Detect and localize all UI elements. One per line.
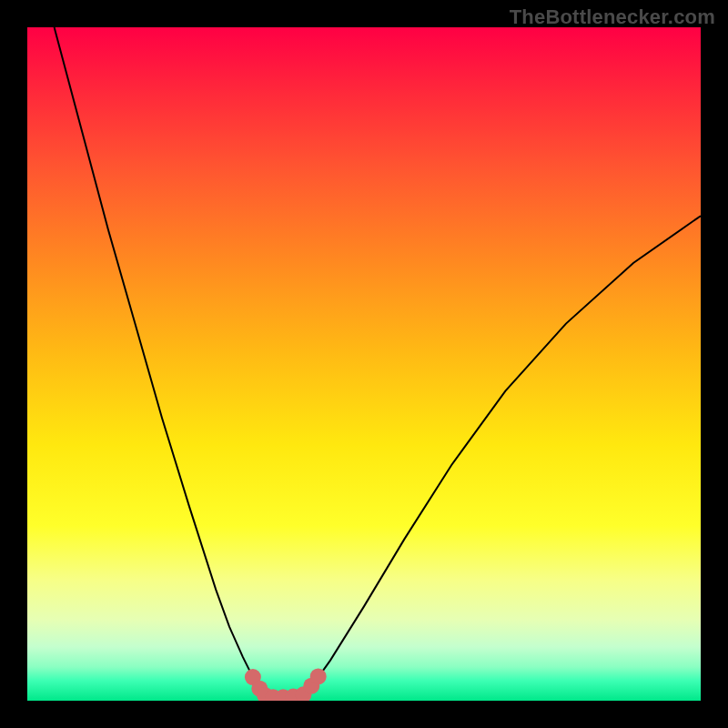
chart-root: TheBottlenecker.com <box>0 0 728 728</box>
heat-gradient-background <box>27 27 701 701</box>
watermark-text: TheBottlenecker.com <box>510 5 715 29</box>
